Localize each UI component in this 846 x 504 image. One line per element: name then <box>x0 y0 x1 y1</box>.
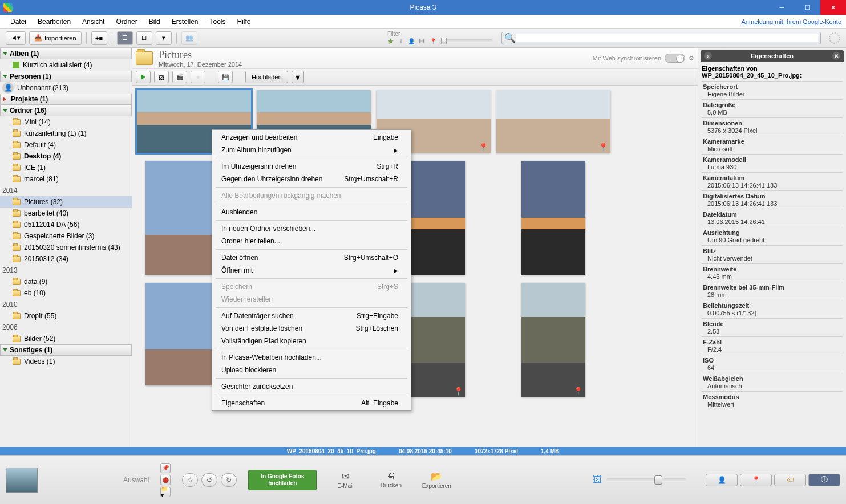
filter-person-icon[interactable]: 👤 <box>408 38 415 44</box>
star-button[interactable]: ★ <box>191 71 205 83</box>
menu-ansicht[interactable]: Ansicht <box>76 18 110 26</box>
context-menu-item[interactable]: Öffnen mit▶ <box>213 264 410 277</box>
folder-icon <box>13 233 21 239</box>
thumbnail[interactable]: 📍 <box>496 90 610 153</box>
people-panel-button[interactable]: 👤 <box>706 474 738 486</box>
filter-star-icon[interactable]: ★ <box>387 37 394 46</box>
info-panel-button[interactable]: ⓘ <box>808 474 840 486</box>
context-menu-item[interactable]: Datei öffnenStrg+Umschalt+O <box>213 251 410 264</box>
menu-hilfe[interactable]: Hilfe <box>232 18 257 26</box>
play-slideshow-button[interactable] <box>136 71 151 83</box>
sidebar-item[interactable]: data (9) <box>0 276 132 287</box>
context-menu-item[interactable]: Von der Festplatte löschenStrg+Löschen <box>213 322 410 335</box>
menu-datei[interactable]: Datei <box>5 18 32 26</box>
sidebar-header[interactable]: Ordner (16) <box>0 105 132 116</box>
sidebar-item[interactable]: 👤Unbenannt (213) <box>0 82 132 94</box>
web-sync-toggle[interactable] <box>665 54 685 63</box>
context-menu-item[interactable]: Ordner hier teilen... <box>213 235 410 247</box>
panel-back-icon[interactable]: « <box>704 52 712 60</box>
view-list-button[interactable]: ☰ <box>117 31 133 45</box>
view-grid-button[interactable]: ⊞ <box>136 31 152 45</box>
pin-button[interactable]: 📌 <box>160 463 171 473</box>
rotate-left-button[interactable]: ↺ <box>201 473 217 487</box>
context-menu-item[interactable]: Upload blockieren <box>213 364 410 376</box>
movie-button[interactable]: 🎬 <box>172 71 187 83</box>
context-menu-item[interactable]: Im Uhrzeigersinn drehenStrg+R <box>213 160 410 173</box>
zoom-slider[interactable] <box>606 478 686 482</box>
menu-erstellen[interactable]: Erstellen <box>166 18 204 26</box>
sidebar-item[interactable]: Videos (1) <box>0 356 132 367</box>
context-menu-item[interactable]: Zum Album hinzufügen▶ <box>213 144 410 156</box>
sidebar-item[interactable]: marcel (81) <box>0 173 132 185</box>
menu-ordner[interactable]: Ordner <box>110 18 143 26</box>
sidebar-item[interactable]: 20150312 (34) <box>0 253 132 265</box>
tray-button[interactable]: 📁▾ <box>160 487 171 497</box>
filter-movie-icon[interactable]: 🎞 <box>419 38 425 44</box>
places-panel-button[interactable]: 📍 <box>740 474 772 486</box>
search-box[interactable]: 🔍 <box>501 32 821 44</box>
sidebar-item[interactable]: Mini (14) <box>0 116 132 128</box>
sidebar-item[interactable]: Kurzanleitung (1) (1) <box>0 128 132 139</box>
search-input[interactable] <box>516 34 818 42</box>
tags-panel-button[interactable]: 🏷 <box>774 474 806 486</box>
collage-button[interactable]: 🖼 <box>154 71 169 83</box>
context-menu-item[interactable]: Vollständigen Pfad kopieren <box>213 335 410 347</box>
rotate-right-button[interactable]: ↻ <box>221 473 237 487</box>
email-button[interactable]: ✉E-Mail <box>328 471 362 489</box>
import-button[interactable]: 📥 Importieren <box>29 31 82 45</box>
view-dropdown[interactable]: ▾ <box>156 31 172 45</box>
context-menu-item[interactable]: Ausblenden <box>213 206 410 218</box>
sidebar-header[interactable]: Sonstiges (1) <box>0 344 132 356</box>
filter-slider[interactable] <box>441 39 492 43</box>
context-menu-item[interactable]: In Picasa-Webalben hochladen... <box>213 351 410 364</box>
filter-geo-icon[interactable]: 📍 <box>430 38 436 44</box>
sidebar-item[interactable]: Kürzlich aktualisiert (4) <box>0 59 132 71</box>
star-toggle-button[interactable]: ☆ <box>182 473 198 487</box>
menu-bearbeiten[interactable]: Bearbeiten <box>32 18 76 26</box>
context-menu-item[interactable]: Gesichter zurücksetzen <box>213 380 410 393</box>
sidebar-item[interactable]: Desktop (4) <box>0 151 132 162</box>
sidebar-item[interactable]: bearbeitet (40) <box>0 208 132 219</box>
thumbnail[interactable]: 📍 <box>521 283 585 397</box>
sidebar-header[interactable]: Projekte (1) <box>0 94 132 105</box>
back-button[interactable]: ◄▾ <box>6 31 26 45</box>
sidebar-item[interactable]: Bilder (52) <box>0 333 132 344</box>
sidebar-item[interactable]: ICE (1) <box>0 162 132 173</box>
menu-bild[interactable]: Bild <box>143 18 166 26</box>
context-item-label: Öffnen mit <box>221 266 253 274</box>
menu-tools[interactable]: Tools <box>204 18 231 26</box>
minimize-button[interactable]: ─ <box>769 0 795 15</box>
sidebar-item[interactable]: DropIt (55) <box>0 310 132 322</box>
sidebar-item[interactable]: Gespeicherte Bilder (3) <box>0 230 132 242</box>
save-button[interactable]: 💾 <box>218 71 233 83</box>
sidebar-item[interactable]: Default (4) <box>0 139 132 151</box>
export-button[interactable]: 📂Exportieren <box>419 471 454 489</box>
sidebar-item[interactable]: eb (10) <box>0 287 132 299</box>
sidebar-item[interactable]: Pictures (32) <box>0 196 132 208</box>
google-photos-upload-button[interactable]: In Google Fotos hochladen <box>248 470 317 490</box>
upload-dropdown[interactable]: ▾ <box>292 71 304 83</box>
print-button[interactable]: 🖨Drucken <box>374 471 408 489</box>
maximize-button[interactable]: ☐ <box>795 0 820 15</box>
panel-close-icon[interactable]: ✕ <box>832 52 840 60</box>
sidebar-item[interactable]: 20150320 sonnenfinsternis (43) <box>0 242 132 253</box>
context-menu-item[interactable]: Gegen den Uhrzeigersinn drehenStrg+Umsch… <box>213 173 410 185</box>
sidebar-item[interactable]: 05112014 DA (56) <box>0 219 132 230</box>
record-button[interactable]: ⬤ <box>160 475 171 485</box>
context-menu-item[interactable]: Auf Datenträger suchenStrg+Eingabe <box>213 310 410 322</box>
upload-button[interactable]: Hochladen <box>245 71 288 83</box>
google-signin-link[interactable]: Anmeldung mit Ihrem Google-Konto <box>742 18 841 25</box>
settings-icon[interactable]: ⚙ <box>689 55 694 62</box>
context-menu-item[interactable]: In neuen Ordner verschieben... <box>213 222 410 235</box>
thumbnail[interactable] <box>521 161 585 275</box>
add-button[interactable]: +■ <box>91 31 107 45</box>
sidebar-header[interactable]: Personen (1) <box>0 71 132 82</box>
close-button[interactable]: ✕ <box>820 0 846 15</box>
loading-spinner <box>829 32 840 44</box>
sidebar-header[interactable]: Alben (1) <box>0 48 132 59</box>
context-menu-item[interactable]: EigenschaftenAlt+Eingabe <box>213 397 410 409</box>
selection-thumbnail[interactable] <box>6 468 38 493</box>
context-menu-item[interactable]: Anzeigen und bearbeitenEingabe <box>213 131 410 144</box>
people-button[interactable]: 👥 <box>181 31 197 45</box>
filter-upload-icon[interactable]: ⬆ <box>399 38 403 44</box>
